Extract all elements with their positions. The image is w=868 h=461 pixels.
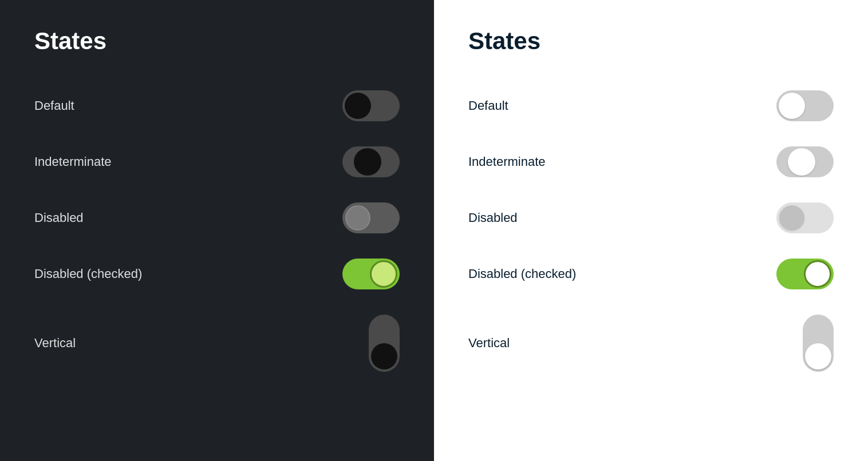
toggle-disabled-light bbox=[776, 202, 834, 233]
state-row-disabled-dark: Disabled bbox=[34, 190, 400, 246]
state-row-indeterminate-light: Indeterminate bbox=[468, 134, 834, 190]
toggle-default-light[interactable] bbox=[776, 90, 834, 121]
state-label-vertical-light: Vertical bbox=[468, 336, 510, 351]
state-label-indeterminate-dark: Indeterminate bbox=[34, 154, 112, 169]
toggle-thumb-indeterminate-dark bbox=[354, 148, 381, 176]
toggle-thumb-disabled-dark bbox=[345, 205, 370, 230]
state-label-disabled-checked-light: Disabled (checked) bbox=[468, 267, 576, 281]
toggle-indeterminate-light[interactable] bbox=[776, 146, 834, 177]
toggle-controls-disabled-checked-light bbox=[765, 259, 834, 289]
toggle-disabled-dark bbox=[342, 202, 400, 233]
toggle-thumb-disabled-checked-dark bbox=[370, 260, 397, 288]
toggle-vertical-light[interactable] bbox=[803, 315, 834, 372]
state-row-disabled-checked-light: Disabled (checked) bbox=[468, 246, 834, 302]
toggle-thumb-disabled-checked-light bbox=[804, 260, 831, 288]
toggle-controls-disabled-checked-dark bbox=[331, 259, 400, 289]
dark-panel-title: States bbox=[34, 27, 400, 55]
toggle-controls-disabled-dark bbox=[331, 202, 400, 233]
toggle-controls-vertical-dark bbox=[331, 315, 400, 372]
state-row-disabled-checked-dark: Disabled (checked) bbox=[34, 246, 400, 302]
toggle-thumb-vertical-light bbox=[805, 343, 831, 369]
state-label-disabled-checked-dark: Disabled (checked) bbox=[34, 267, 142, 281]
toggle-controls-default-light bbox=[765, 90, 834, 121]
toggle-thumb-default-light bbox=[779, 93, 805, 119]
toggle-indeterminate-dark[interactable] bbox=[342, 146, 400, 177]
toggle-thumb-indeterminate-light bbox=[788, 148, 815, 176]
toggle-default-dark[interactable] bbox=[342, 90, 400, 121]
state-label-default-dark: Default bbox=[34, 98, 74, 113]
state-row-indeterminate-dark: Indeterminate bbox=[34, 134, 400, 190]
state-label-indeterminate-light: Indeterminate bbox=[468, 154, 546, 169]
toggle-vertical-dark[interactable] bbox=[369, 315, 400, 372]
toggle-disabled-checked-dark bbox=[342, 259, 400, 289]
toggle-thumb-vertical-dark bbox=[371, 343, 397, 369]
toggle-thumb-disabled-light bbox=[779, 205, 804, 230]
dark-panel: States Default Indeterminate Disabled bbox=[0, 0, 434, 461]
light-panel-title: States bbox=[468, 27, 834, 55]
state-label-vertical-dark: Vertical bbox=[34, 336, 76, 351]
toggle-controls-indeterminate-dark bbox=[331, 146, 400, 177]
state-row-default-light: Default bbox=[468, 78, 834, 134]
state-row-vertical-light: Vertical bbox=[468, 302, 834, 384]
state-row-disabled-light: Disabled bbox=[468, 190, 834, 246]
light-panel: States Default Indeterminate Disabled bbox=[434, 0, 868, 461]
toggle-controls-vertical-light bbox=[765, 315, 834, 372]
state-row-vertical-dark: Vertical bbox=[34, 302, 400, 384]
toggle-disabled-checked-light bbox=[776, 259, 834, 289]
state-label-disabled-light: Disabled bbox=[468, 210, 518, 225]
toggle-thumb-default-dark bbox=[345, 93, 371, 119]
state-label-disabled-dark: Disabled bbox=[34, 210, 84, 225]
state-row-default-dark: Default bbox=[34, 78, 400, 134]
toggle-controls-default-dark bbox=[331, 90, 400, 121]
toggle-controls-disabled-light bbox=[765, 202, 834, 233]
toggle-controls-indeterminate-light bbox=[765, 146, 834, 177]
state-label-default-light: Default bbox=[468, 98, 508, 113]
